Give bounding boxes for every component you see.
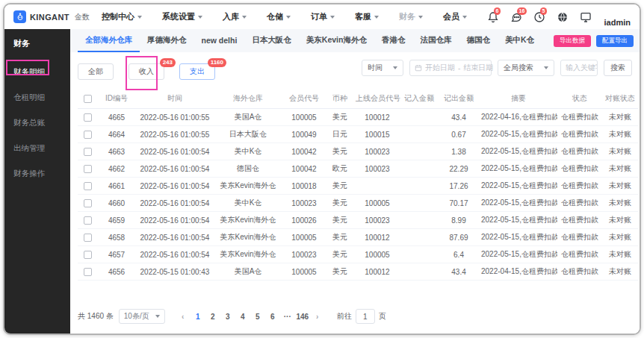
nav-menu-item[interactable]: 财务	[399, 11, 423, 22]
row-checkbox[interactable]	[84, 131, 92, 139]
table-cell: 未对账	[602, 178, 638, 195]
nav-menu-item[interactable]: 订单	[311, 11, 335, 22]
calendar-icon	[415, 64, 422, 72]
keyword-placeholder: 输入关键字	[566, 63, 598, 73]
table-cell: 美东Kevin海外仓	[214, 212, 282, 229]
table-row: 46652022-05-16 01:00:55美国A仓100005美元10001…	[78, 109, 638, 126]
row-checkbox[interactable]	[84, 182, 92, 190]
filter-button[interactable]: 全部	[78, 63, 114, 80]
goto-page-input[interactable]: 1	[356, 309, 375, 324]
sidebar-item[interactable]: 仓租明细	[4, 85, 70, 110]
row-checkbox[interactable]	[84, 148, 92, 156]
export-data-button[interactable]: 导出数据	[554, 35, 591, 47]
row-checkbox[interactable]	[84, 268, 92, 276]
warehouse-tab[interactable]: 全部海外仓库	[78, 29, 140, 52]
table-cell: 87.69	[438, 229, 480, 246]
warehouse-tab[interactable]: 厚德海外仓	[140, 29, 194, 52]
nav-menu-label: 客服	[355, 11, 371, 22]
sidebar-item[interactable]: 财务明细	[4, 60, 70, 85]
warehouse-tab[interactable]: 德国仓	[459, 29, 498, 52]
table-cell: 100023	[354, 160, 400, 178]
page-button[interactable]: 1	[191, 310, 205, 323]
page-button[interactable]: 6	[266, 310, 279, 323]
nav-menu-item[interactable]: 控制中心	[102, 11, 142, 22]
date-range-picker[interactable]: 开始日期 - 结束日期	[409, 60, 492, 76]
count-badge: 1160	[208, 58, 226, 67]
page-button[interactable]: 3	[221, 310, 235, 323]
monitor-icon[interactable]	[580, 11, 592, 23]
table-cell: 43.4	[438, 109, 480, 126]
sidebar-item[interactable]: 出纳管理	[4, 136, 70, 161]
row-checkbox[interactable]	[84, 251, 92, 259]
search-button[interactable]: 搜索	[604, 60, 632, 76]
nav-menu-item[interactable]: 会员	[443, 11, 467, 22]
select-all-header	[78, 89, 97, 109]
time-select[interactable]: 时间	[362, 60, 403, 76]
table-cell: 6.4	[438, 246, 480, 263]
filter-button[interactable]: 支出1160	[179, 63, 215, 80]
chat-icon[interactable]: 16	[510, 11, 522, 23]
table-row: 46592022-05-16 01:00:54美东Kevin海外仓100026美…	[78, 212, 638, 229]
table-cell: 4665	[97, 109, 136, 126]
row-checkbox[interactable]	[84, 234, 92, 242]
warehouse-tab[interactable]: 香港仓	[374, 29, 413, 52]
nav-menu-item[interactable]: 入库	[223, 11, 247, 22]
warehouse-tab[interactable]: 日本大阪仓	[244, 29, 299, 52]
page-size-select[interactable]: 10条/页	[119, 309, 165, 324]
chevron-down-icon	[374, 16, 379, 19]
chevron-down-icon	[155, 315, 160, 318]
table-cell: 美东Kevin海外仓	[214, 246, 282, 263]
nav-menu-label: 控制中心	[102, 11, 134, 22]
next-page-button[interactable]: ›	[311, 310, 324, 323]
table-row: 46602022-05-16 01:00:54美中K仓100023美元10000…	[78, 195, 638, 212]
nav-menu-item[interactable]: 仓储	[267, 11, 291, 22]
warehouse-tab[interactable]: 法国仓库	[412, 29, 459, 52]
nav-menu-item[interactable]: 客服	[355, 11, 379, 22]
page-button[interactable]: 5	[251, 310, 264, 323]
table-cell: 4657	[97, 246, 136, 263]
warehouse-tab[interactable]: 美东Kevin海外仓	[299, 29, 374, 52]
search-scope-value: 全局搜索	[504, 63, 533, 73]
table-cell: 4659	[97, 212, 136, 229]
select-all-checkbox[interactable]	[84, 95, 92, 103]
row-checkbox[interactable]	[84, 113, 92, 122]
table-cell: 43.4	[438, 263, 480, 281]
table-row: 46562022-05-15 01:00:43美国A仓100005美元10001…	[78, 263, 638, 281]
globe-icon[interactable]	[557, 11, 569, 23]
page-button[interactable]: 4	[236, 310, 250, 323]
table-cell: 未对账	[602, 160, 638, 178]
table-cell: 4656	[97, 263, 136, 281]
prev-page-button[interactable]: ‹	[176, 310, 190, 323]
keyword-input[interactable]: 输入关键字	[560, 60, 598, 76]
table-cell: 2022-05-16 01:00:55	[136, 126, 214, 143]
nav-menu-item[interactable]: 系统设置	[162, 11, 202, 22]
filter-button[interactable]: 收入243	[129, 63, 164, 80]
table-cell: 100042	[282, 143, 326, 160]
top-navbar: KINGANT 金数 控制中心系统设置入库仓储订单客服财务会员 6165 iad…	[4, 4, 640, 29]
row-checkbox[interactable]	[84, 199, 92, 207]
table-cell: 美中K仓	[214, 143, 282, 160]
chevron-down-icon	[198, 16, 202, 19]
column-header: 状态	[557, 89, 602, 109]
config-export-button[interactable]: 配置导出	[596, 35, 634, 47]
column-header: 海外仓库	[214, 89, 282, 109]
page-button[interactable]: 146	[296, 310, 309, 323]
table-cell: 欧元	[326, 160, 354, 178]
warehouse-tab[interactable]: 美中K仓	[498, 29, 542, 52]
sidebar-title: 财务	[4, 29, 70, 60]
warehouse-tab[interactable]: new delhi	[194, 29, 245, 52]
table-cell	[400, 160, 438, 178]
search-scope-select[interactable]: 全局搜索	[498, 60, 554, 76]
clock-icon[interactable]: 5	[533, 11, 545, 23]
row-checkbox[interactable]	[84, 165, 92, 173]
page-button[interactable]: 2	[206, 310, 220, 323]
table-cell: 仓租费扣款	[557, 178, 602, 195]
bell-icon[interactable]: 6	[487, 11, 499, 23]
table-row: 46622022-05-16 01:00:54德国仓100042欧元100023…	[78, 160, 638, 178]
sidebar-item[interactable]: 财务总账	[4, 110, 70, 136]
row-checkbox[interactable]	[84, 216, 92, 225]
table-cell: 4660	[97, 195, 136, 212]
table-cell: 2022-05-15,仓租费扣款	[480, 229, 557, 246]
table-cell: 100023	[354, 212, 400, 229]
sidebar-item[interactable]: 财务操作	[4, 161, 70, 187]
